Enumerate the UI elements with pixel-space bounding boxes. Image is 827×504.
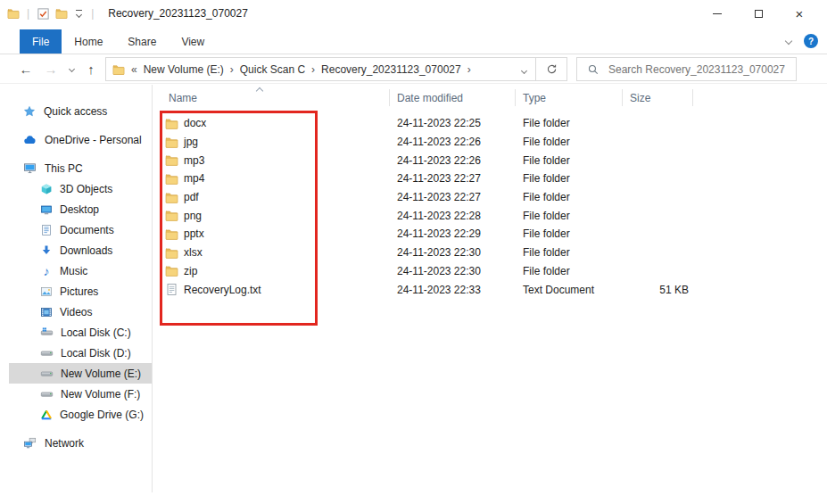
- sidebar-item-pictures[interactable]: Pictures: [0, 281, 152, 302]
- breadcrumb-item-quick-scan[interactable]: Quick Scan C: [240, 63, 305, 76]
- file-row-mp3[interactable]: mp3 24-11-2023 22:26 File folder: [153, 151, 827, 169]
- file-date: 24-11-2023 22:27: [390, 191, 516, 203]
- properties-check-icon[interactable]: [37, 7, 50, 21]
- drive-icon: [40, 387, 54, 401]
- breadcrumb-separator-icon: ›: [466, 63, 473, 76]
- search-box[interactable]: [576, 57, 797, 81]
- folder-icon: [165, 246, 178, 260]
- recent-locations-chevron-icon[interactable]: [64, 54, 79, 84]
- file-row-pdf[interactable]: pdf 24-11-2023 22:27 File folder: [153, 188, 827, 207]
- file-row-png[interactable]: png 24-11-2023 22:28 File folder: [153, 206, 827, 225]
- file-date: 24-11-2023 22:30: [390, 246, 516, 259]
- expand-ribbon-chevron-icon[interactable]: [785, 37, 792, 45]
- sidebar-item-quick-access[interactable]: Quick access: [0, 101, 152, 121]
- sidebar-item-music[interactable]: ♪ Music: [0, 260, 152, 281]
- breadcrumb-item-drive[interactable]: New Volume (E:): [144, 63, 224, 76]
- app-folder-icon: [7, 7, 20, 20]
- column-header-name[interactable]: Name: [165, 85, 390, 111]
- sidebar-item-label: Downloads: [60, 244, 112, 257]
- column-headers: Name Date modified Type Size: [153, 85, 827, 111]
- sidebar-item-documents[interactable]: Documents: [0, 219, 152, 240]
- new-folder-icon[interactable]: [55, 7, 68, 20]
- address-bar[interactable]: « New Volume (E:) › Quick Scan C › Recov…: [105, 57, 567, 81]
- file-list: Name Date modified Type Size docx 24-11-…: [153, 85, 827, 504]
- sidebar-item-label: Pictures: [60, 285, 98, 298]
- sidebar-item-label: Music: [60, 265, 87, 277]
- sidebar-item-new-volume-e[interactable]: New Volume (E:): [0, 363, 152, 384]
- sidebar-item-label: Desktop: [60, 203, 99, 216]
- sidebar-item-desktop[interactable]: Desktop: [0, 199, 152, 219]
- tab-home[interactable]: Home: [62, 29, 115, 54]
- column-header-size[interactable]: Size: [623, 85, 693, 111]
- sidebar-item-downloads[interactable]: Downloads: [0, 240, 152, 260]
- ribbon-tabs: File Home Share View: [20, 29, 217, 54]
- file-name: pptx: [184, 227, 204, 240]
- tab-view[interactable]: View: [169, 29, 217, 54]
- file-row-recoverylog[interactable]: RecoveryLog.txt 24-11-2023 22:33 Text Do…: [153, 280, 827, 299]
- window-controls: ×: [697, 0, 820, 27]
- refresh-icon: [545, 62, 558, 76]
- sidebar-item-google-drive[interactable]: Google Drive (G:): [0, 404, 152, 425]
- customize-qat-dropdown-icon[interactable]: [73, 10, 84, 17]
- search-input[interactable]: [608, 63, 796, 76]
- folder-icon: [165, 153, 178, 167]
- file-type: File folder: [516, 246, 623, 259]
- address-dropdown-chevron-icon[interactable]: [513, 63, 535, 76]
- sidebar-item-label: 3D Objects: [60, 183, 112, 195]
- sidebar-item-local-disk-d[interactable]: Local Disk (D:): [0, 343, 152, 363]
- tab-share[interactable]: Share: [115, 29, 169, 54]
- forward-button[interactable]: →: [42, 54, 60, 84]
- close-button[interactable]: ×: [779, 0, 820, 27]
- sidebar-item-local-disk-c[interactable]: Local Disk (C:): [0, 322, 152, 343]
- minimize-button[interactable]: [697, 0, 738, 27]
- drive-icon: [40, 367, 54, 380]
- breadcrumb-item-recovery[interactable]: Recovery_20231123_070027: [321, 63, 461, 76]
- refresh-button[interactable]: [536, 62, 566, 76]
- file-row-jpg[interactable]: jpg 24-11-2023 22:26 File folder: [153, 133, 827, 152]
- up-button[interactable]: ↑: [82, 54, 100, 84]
- file-type: File folder: [516, 210, 623, 222]
- file-row-pptx[interactable]: pptx 24-11-2023 22:29 File folder: [153, 225, 827, 244]
- address-folder-icon: [112, 63, 125, 76]
- tab-file[interactable]: File: [20, 29, 62, 54]
- sidebar-item-new-volume-f[interactable]: New Volume (F:): [0, 384, 152, 404]
- sidebar-item-label: Videos: [60, 306, 92, 318]
- help-icon[interactable]: ?: [804, 34, 818, 48]
- sidebar-item-label: OneDrive - Personal: [45, 134, 142, 146]
- folder-icon: [165, 227, 178, 241]
- column-header-type[interactable]: Type: [516, 85, 623, 111]
- column-header-date-modified[interactable]: Date modified: [390, 85, 516, 111]
- breadcrumb-separator-icon: ›: [228, 63, 236, 76]
- file-type: File folder: [516, 117, 623, 129]
- file-row-docx[interactable]: docx 24-11-2023 22:25 File folder: [153, 114, 827, 133]
- file-row-xlsx[interactable]: xlsx 24-11-2023 22:30 File folder: [153, 244, 827, 262]
- file-name: png: [184, 210, 202, 222]
- sidebar-item-this-pc[interactable]: This PC: [0, 158, 152, 178]
- file-row-mp4[interactable]: mp4 24-11-2023 22:27 File folder: [153, 169, 827, 188]
- file-name: mp4: [184, 172, 204, 185]
- cube-icon: [40, 183, 53, 195]
- drive-icon: [40, 346, 54, 359]
- quick-access-toolbar: | | Recovery_20231123_070027: [0, 7, 248, 21]
- sidebar-item-label: Google Drive (G:): [60, 409, 144, 421]
- google-drive-icon: [40, 409, 53, 421]
- sidebar-item-label: Quick access: [44, 105, 107, 118]
- navigation-pane: Quick access OneDrive - Personal This PC…: [0, 85, 153, 492]
- cloud-icon: [23, 134, 37, 146]
- file-row-zip[interactable]: zip 24-11-2023 22:30 File folder: [153, 262, 827, 281]
- close-icon: ×: [796, 7, 804, 21]
- computer-icon: [23, 161, 37, 175]
- breadcrumb-overflow-chevron[interactable]: «: [129, 63, 139, 76]
- film-icon: [40, 306, 53, 318]
- sidebar-item-videos[interactable]: Videos: [0, 302, 152, 322]
- sidebar-item-3d-objects[interactable]: 3D Objects: [0, 178, 152, 199]
- window-title: Recovery_20231123_070027: [108, 7, 248, 20]
- sidebar-item-onedrive[interactable]: OneDrive - Personal: [0, 129, 152, 150]
- file-name: RecoveryLog.txt: [184, 284, 261, 296]
- back-button[interactable]: ←: [17, 54, 35, 84]
- maximize-button[interactable]: [738, 0, 779, 27]
- folder-icon: [165, 209, 178, 222]
- file-name: pdf: [184, 191, 199, 203]
- sidebar-item-network[interactable]: Network: [0, 433, 152, 453]
- file-explorer-window: | | Recovery_20231123_070027 × File Home…: [0, 0, 827, 504]
